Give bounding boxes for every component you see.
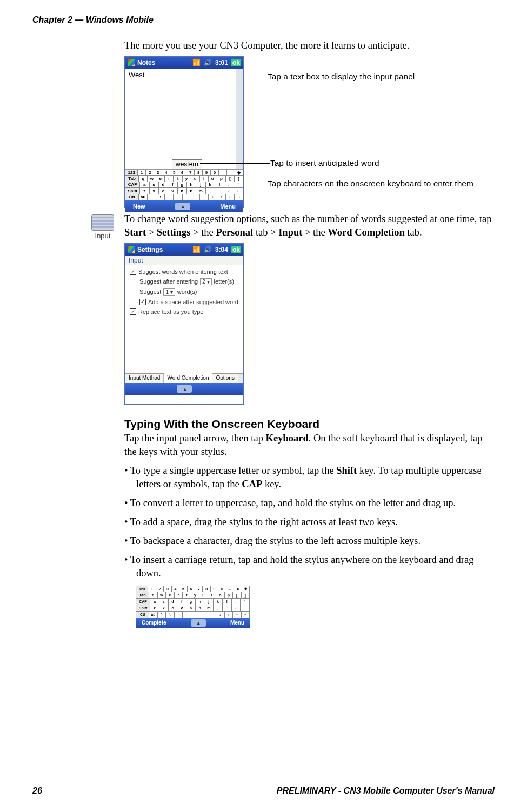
key-/[interactable]: / <box>224 188 234 193</box>
key-c[interactable]: c <box>169 605 178 611</box>
checkbox-suggest[interactable]: ✓ <box>130 269 136 275</box>
dropdown-letters[interactable]: 2 <box>200 278 211 285</box>
key-b[interactable]: b <box>186 605 196 611</box>
key-2[interactable]: 2 <box>146 170 154 175</box>
key-][interactable]: ] <box>242 592 250 598</box>
key-s[interactable]: s <box>150 182 159 187</box>
key-=[interactable]: = <box>227 170 235 175</box>
key-t[interactable]: t <box>183 592 191 598</box>
checkbox-replace[interactable]: ✓ <box>130 308 136 315</box>
key-i[interactable]: i <box>208 592 216 598</box>
key-4[interactable]: 4 <box>172 586 179 592</box>
key-space[interactable] <box>208 612 216 618</box>
key-g[interactable]: g <box>186 599 196 605</box>
key-↑[interactable]: ↑ <box>225 612 233 618</box>
key-m[interactable]: m <box>204 605 214 611</box>
key-\[interactable]: \ <box>156 194 165 200</box>
note-text-input[interactable]: West <box>125 69 148 81</box>
key-space[interactable] <box>174 194 182 200</box>
key-7[interactable]: 7 <box>186 170 195 175</box>
key-[[interactable]: [ <box>226 176 235 181</box>
key-7[interactable]: 7 <box>195 586 203 592</box>
key-space[interactable] <box>175 612 183 618</box>
key-5[interactable]: 5 <box>170 170 178 175</box>
key-0[interactable]: 0 <box>218 586 226 592</box>
key-áü[interactable]: áü <box>139 194 148 200</box>
key-←[interactable]: ← <box>234 188 243 193</box>
key-=[interactable]: = <box>234 586 242 592</box>
key-h[interactable]: h <box>196 599 205 605</box>
key-.[interactable]: . <box>215 188 224 193</box>
key-c[interactable]: c <box>159 188 168 193</box>
key-space[interactable] <box>183 612 191 618</box>
key-z[interactable]: z <box>150 605 159 611</box>
key-u[interactable]: u <box>191 176 200 181</box>
key-d[interactable]: d <box>169 599 178 605</box>
key-0[interactable]: 0 <box>211 170 219 175</box>
key-space[interactable] <box>191 194 200 200</box>
key-s[interactable]: s <box>159 599 169 605</box>
key-space[interactable] <box>199 612 208 618</box>
key-1[interactable]: 1 <box>148 586 156 592</box>
key-'[interactable]: ' <box>241 599 250 605</box>
key-m[interactable]: m <box>196 188 205 193</box>
dropdown-words[interactable]: 1 <box>163 288 175 296</box>
key-x[interactable]: x <box>150 188 159 193</box>
sip-toggle-icon[interactable] <box>175 203 190 210</box>
key-o[interactable]: o <box>216 592 224 598</box>
key-6[interactable]: 6 <box>188 586 195 592</box>
key-g[interactable]: g <box>178 182 187 187</box>
key-r[interactable]: r <box>165 176 174 181</box>
key-u[interactable]: u <box>199 592 208 598</box>
key-←[interactable]: ← <box>241 605 250 611</box>
key-CAP[interactable]: CAP <box>136 599 150 605</box>
key-4[interactable]: 4 <box>162 170 170 175</box>
key-5[interactable]: 5 <box>179 586 187 592</box>
key-\[interactable]: \ <box>166 612 174 618</box>
onscreen-keyboard[interactable]: 1231234567890-=◆Tabqwertyuiop[]CAPasdfgh… <box>125 169 243 200</box>
key-2[interactable]: 2 <box>156 586 164 592</box>
key-n[interactable]: n <box>187 188 196 193</box>
key-'[interactable]: ' <box>234 182 243 187</box>
key-9[interactable]: 9 <box>203 170 211 175</box>
key-n[interactable]: n <box>196 605 205 611</box>
word-suggestion[interactable]: western <box>172 159 202 169</box>
key-i[interactable]: i <box>200 176 209 181</box>
key-l[interactable]: l <box>223 599 232 605</box>
key-e[interactable]: e <box>156 176 165 181</box>
key-Tab[interactable]: Tab <box>136 592 149 598</box>
key-◆[interactable]: ◆ <box>235 170 243 175</box>
key-[[interactable]: [ <box>233 592 241 598</box>
key-x[interactable]: x <box>159 605 169 611</box>
key-;[interactable]: ; <box>224 182 234 187</box>
softkey-new[interactable]: New <box>133 203 145 210</box>
ok-button[interactable]: ok <box>231 59 241 66</box>
key-k[interactable]: k <box>214 599 223 605</box>
key-◆[interactable]: ◆ <box>242 586 250 592</box>
key-8[interactable]: 8 <box>195 170 203 175</box>
key-][interactable]: ] <box>235 176 243 181</box>
key-←[interactable]: ← <box>233 612 241 618</box>
key-123[interactable]: 123 <box>136 586 148 592</box>
key-y[interactable]: y <box>183 176 191 181</box>
key-→[interactable]: → <box>235 194 243 200</box>
key-;[interactable]: ; <box>232 599 241 605</box>
tab-word-completion[interactable]: Word Completion <box>164 373 212 383</box>
key-q[interactable]: q <box>139 176 148 181</box>
key-1[interactable]: 1 <box>138 170 146 175</box>
key-123[interactable]: 123 <box>125 170 138 175</box>
key-f[interactable]: f <box>168 182 177 187</box>
key-b[interactable]: b <box>178 188 187 193</box>
key-j[interactable]: j <box>196 182 205 187</box>
key-a[interactable]: a <box>150 599 159 605</box>
key-3[interactable]: 3 <box>154 170 162 175</box>
key-CAP[interactable]: CAP <box>125 182 140 187</box>
key-↓[interactable]: ↓ <box>209 194 217 200</box>
key-/[interactable]: / <box>232 605 241 611</box>
sip-toggle-icon[interactable] <box>191 619 206 627</box>
key-k[interactable]: k <box>206 182 215 187</box>
key-r[interactable]: r <box>175 592 183 598</box>
key-h[interactable]: h <box>187 182 196 187</box>
key-→[interactable]: → <box>242 612 250 618</box>
key-,[interactable]: , <box>214 605 223 611</box>
